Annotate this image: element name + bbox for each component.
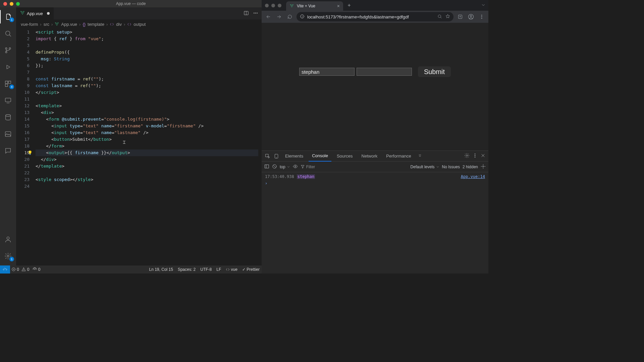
console-log-row[interactable]: 17:53:40.938 stephan App.vue:14	[262, 174, 488, 180]
activity-source-control[interactable]	[0, 44, 16, 57]
status-problems[interactable]: 0 0	[11, 267, 29, 272]
activity-account[interactable]	[0, 233, 16, 246]
more-actions-button[interactable]	[253, 10, 258, 17]
activity-extensions[interactable]: 4	[0, 77, 16, 90]
split-editor-button[interactable]	[244, 10, 249, 17]
svg-rect-5	[8, 81, 11, 83]
breadcrumb-item[interactable]: output	[133, 22, 146, 27]
more-tabs-button[interactable]	[417, 151, 423, 162]
svg-rect-7	[5, 98, 11, 102]
console-output[interactable]: 17:53:40.938 stephan App.vue:14 ›	[262, 172, 488, 274]
editor-tabs: App.vue	[16, 7, 262, 19]
zoom-icon[interactable]	[437, 14, 442, 20]
console-settings-button[interactable]	[481, 164, 486, 170]
clear-console-button[interactable]	[272, 164, 277, 170]
activity-search[interactable]	[0, 27, 16, 40]
close-window-button[interactable]	[3, 2, 7, 6]
minimize-window-button[interactable]	[10, 2, 13, 6]
bookmark-star-icon[interactable]	[445, 14, 450, 20]
activity-database[interactable]	[0, 111, 16, 124]
close-tab-button[interactable]: ×	[337, 3, 340, 9]
remote-button[interactable]	[0, 265, 10, 274]
svg-rect-4	[5, 81, 8, 83]
status-cursor[interactable]: Ln 19, Col 15	[149, 267, 173, 272]
profile-button[interactable]	[467, 13, 475, 21]
lastname-input[interactable]	[357, 68, 412, 76]
submit-button[interactable]: Submit	[418, 66, 451, 77]
activity-remote[interactable]	[0, 94, 16, 107]
site-info-icon[interactable]	[300, 14, 305, 20]
braces-icon: {}	[83, 22, 86, 27]
devtools-tab-elements[interactable]: Elements	[282, 151, 307, 162]
status-language[interactable]: vue	[226, 267, 237, 272]
devtools-close-button[interactable]	[480, 153, 486, 159]
activity-explorer[interactable]: 1	[0, 10, 16, 23]
svg-point-8	[6, 115, 11, 117]
devtools-tab-network[interactable]: Network	[358, 151, 381, 162]
log-levels-select[interactable]: Default levels	[411, 165, 439, 169]
address-bar[interactable]: localhost:5173/?firstname=fsdgfds&lastna…	[297, 12, 453, 21]
devtools-tab-console[interactable]: Console	[309, 151, 331, 162]
status-eol[interactable]: LF	[216, 267, 221, 272]
firstname-input[interactable]	[299, 68, 355, 76]
devtools-tab-sources[interactable]: Sources	[333, 151, 356, 162]
status-spaces[interactable]: Spaces: 2	[178, 267, 196, 272]
tab-app-vue[interactable]: App.vue	[16, 7, 54, 19]
breadcrumb[interactable]: vue-form › src › App.vue › {} template ›…	[16, 19, 262, 29]
live-expression-button[interactable]	[293, 164, 298, 170]
svg-point-17	[35, 269, 35, 269]
devtools-menu-button[interactable]	[472, 153, 478, 159]
svg-point-31	[475, 157, 475, 158]
expand-tabs-button[interactable]	[481, 3, 486, 8]
symbol-tag-icon	[127, 22, 131, 26]
line-number-gutter: 123456789101112131415161718192021222324	[16, 29, 36, 265]
log-source-link[interactable]: App.vue:14	[461, 174, 485, 179]
execution-context[interactable]: top	[280, 165, 290, 169]
minimize-window-button[interactable]	[271, 4, 275, 7]
svg-point-10	[7, 237, 9, 239]
svg-point-28	[466, 155, 468, 156]
forward-button[interactable]	[275, 13, 283, 21]
svg-point-25	[481, 18, 482, 19]
reload-button[interactable]	[286, 13, 294, 21]
breadcrumb-item[interactable]: src	[44, 22, 49, 27]
devtools-tab-performance[interactable]: Performance	[383, 151, 414, 162]
breadcrumb-item[interactable]: App.vue	[61, 22, 77, 27]
code-content[interactable]: <script setup>import { ref } from "vue";…	[36, 29, 262, 265]
maximize-window-button[interactable]	[278, 4, 281, 7]
status-encoding[interactable]: UTF-8	[200, 267, 212, 272]
breadcrumb-item[interactable]: template	[88, 22, 104, 27]
console-filter-input[interactable]: Filter	[301, 165, 347, 169]
activity-image-icon[interactable]	[0, 127, 16, 141]
back-button[interactable]	[264, 13, 272, 21]
console-sidebar-toggle[interactable]	[264, 164, 269, 170]
code-editor[interactable]: 123456789101112131415161718192021222324 …	[16, 29, 262, 265]
hidden-count[interactable]: 2 hidden	[463, 165, 478, 169]
vscode-window: App.vue — code 1 4	[0, 0, 262, 274]
inspect-element-button[interactable]	[264, 151, 271, 162]
status-ports[interactable]: 0	[33, 267, 40, 272]
breadcrumb-item[interactable]: vue-form	[21, 22, 38, 27]
close-window-button[interactable]	[265, 4, 269, 7]
svg-point-13	[254, 13, 254, 13]
device-toggle-button[interactable]	[273, 151, 280, 162]
new-tab-button[interactable]: +	[344, 2, 354, 8]
breadcrumb-item[interactable]: div	[116, 22, 122, 27]
issues-indicator[interactable]: No Issues	[442, 165, 460, 169]
chevron-right-icon: ›	[124, 22, 125, 27]
activity-settings[interactable]: 1	[0, 249, 16, 263]
install-icon[interactable]	[456, 13, 464, 21]
vue-file-icon	[20, 11, 25, 16]
menu-button[interactable]	[478, 13, 486, 21]
svg-rect-9	[5, 132, 11, 137]
status-prettier[interactable]: ✓ Prettier	[242, 267, 260, 272]
console-prompt[interactable]: ›	[262, 180, 488, 187]
titlebar: App.vue — code	[0, 0, 262, 7]
activity-debug[interactable]	[0, 60, 16, 74]
activity-feedback[interactable]	[0, 144, 16, 158]
maximize-window-button[interactable]	[16, 2, 20, 6]
devtools-settings-button[interactable]	[464, 153, 470, 159]
symbol-tag-icon	[110, 22, 114, 26]
chrome-tab[interactable]: Vite + Vue ×	[286, 1, 343, 11]
editor-actions	[244, 7, 262, 19]
